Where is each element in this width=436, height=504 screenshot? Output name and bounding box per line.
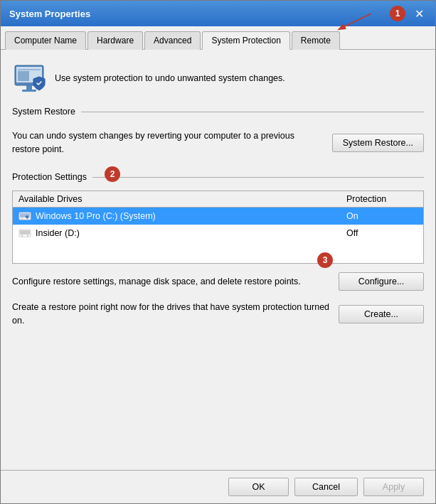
bottom-buttons: OK Cancel Apply — [1, 470, 435, 503]
tab-bar: Computer Name Hardware Advanced System P… — [1, 26, 435, 50]
svg-rect-6 — [26, 85, 32, 90]
drive-protection-1: Off — [346, 228, 418, 238]
svg-rect-13 — [20, 230, 30, 235]
computer-svg — [12, 61, 46, 95]
window-title: System Properties — [9, 9, 90, 19]
system-properties-window: System Properties 1 ✕ Computer Name Hard… — [0, 0, 436, 504]
create-button[interactable]: Create... — [339, 305, 424, 323]
drive-row-0[interactable]: Windows 10 Pro (C:) (System) On — [13, 208, 423, 225]
main-content: Use system protection to undo unwanted s… — [1, 50, 435, 470]
col-protection: Protection — [346, 194, 418, 204]
drive-protection-0: On — [346, 211, 418, 221]
close-button[interactable]: ✕ — [411, 6, 427, 21]
header-section: Use system protection to undo unwanted s… — [12, 61, 424, 95]
system-restore-divider: System Restore — [12, 107, 424, 117]
drive-name-0: Windows 10 Pro (C:) (System) — [36, 211, 342, 221]
system-icon — [12, 61, 46, 95]
system-restore-button[interactable]: System Restore... — [332, 134, 424, 152]
col-available-drives: Available Drives — [18, 194, 346, 204]
drive-name-1: Insider (D:) — [36, 228, 342, 238]
drives-table: Available Drives Protection — [12, 191, 424, 264]
drive-icon-c — [18, 210, 31, 222]
restore-section: You can undo system changes by reverting… — [12, 125, 424, 161]
protection-settings-divider: Protection Settings 2 — [12, 172, 424, 182]
protection-settings-label: Protection Settings — [12, 172, 87, 182]
tab-computer-name[interactable]: Computer Name — [5, 31, 86, 50]
configure-description: Configure restore settings, manage disk … — [12, 275, 330, 289]
divider-line-2 — [92, 177, 424, 178]
title-bar: System Properties 1 ✕ — [1, 1, 435, 26]
svg-rect-5 — [18, 71, 29, 81]
header-description: Use system protection to undo unwanted s… — [55, 72, 285, 85]
drives-table-spacer — [13, 242, 423, 263]
svg-rect-15 — [27, 235, 28, 236]
restore-description: You can undo system changes by reverting… — [12, 129, 324, 156]
tab-system-protection[interactable]: System Protection — [202, 31, 289, 50]
svg-rect-14 — [21, 235, 23, 236]
configure-section: Configure restore settings, manage disk … — [12, 272, 424, 291]
svg-rect-10 — [21, 218, 23, 219]
tab-hardware[interactable]: Hardware — [87, 31, 143, 50]
tab-remote[interactable]: Remote — [292, 31, 340, 50]
drive-row-1[interactable]: Insider (D:) Off — [13, 225, 423, 242]
tab-advanced[interactable]: Advanced — [144, 31, 201, 50]
annotation-3: 3 — [317, 252, 333, 268]
cancel-button[interactable]: Cancel — [294, 478, 358, 496]
ok-button[interactable]: OK — [228, 478, 289, 496]
drive-icon-d — [18, 227, 31, 239]
apply-button[interactable]: Apply — [363, 478, 424, 496]
annotation-2: 2 — [105, 166, 120, 182]
system-restore-label: System Restore — [12, 107, 75, 117]
drives-table-header: Available Drives Protection — [13, 191, 423, 208]
annotation-1: 1 — [390, 6, 405, 21]
create-section: Create a restore point right now for the… — [12, 301, 424, 328]
divider-line-1 — [81, 112, 424, 112]
svg-rect-7 — [22, 90, 36, 92]
configure-button[interactable]: Configure... — [339, 272, 424, 291]
create-description: Create a restore point right now for the… — [12, 301, 330, 328]
